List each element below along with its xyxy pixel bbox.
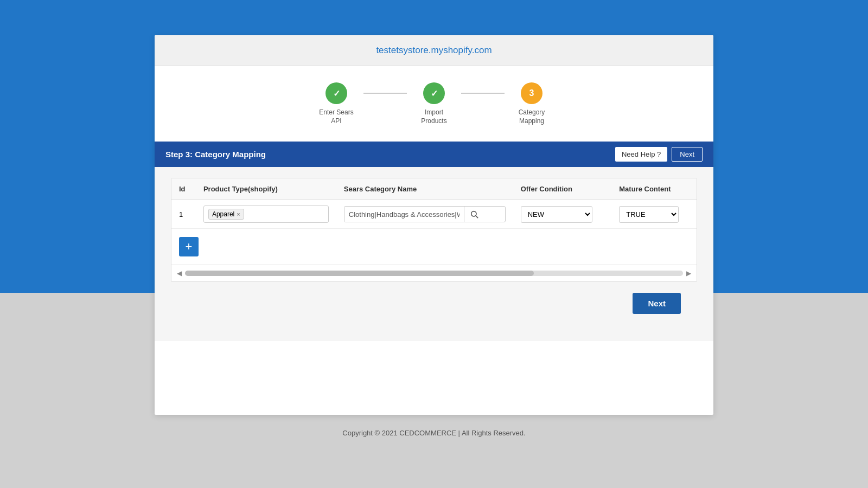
step-circle-1: ✓ bbox=[326, 82, 347, 104]
mature-content-select[interactable]: TRUE FALSE bbox=[619, 206, 679, 223]
scroll-thumb bbox=[185, 271, 534, 276]
table-container: Id Product Type(shopify) Sears Category … bbox=[171, 178, 697, 282]
store-header: testetsystore.myshopify.com bbox=[155, 35, 713, 66]
row-product-type: Apparel × bbox=[196, 200, 336, 229]
scroll-right-arrow[interactable]: ▶ bbox=[686, 269, 691, 277]
step-connector-2 bbox=[461, 93, 505, 94]
tag-close-icon[interactable]: × bbox=[237, 211, 240, 217]
scroll-left-arrow[interactable]: ◀ bbox=[177, 269, 182, 277]
step-label-1: Enter SearsAPI bbox=[319, 108, 353, 125]
step-label-3: CategoryMapping bbox=[519, 108, 545, 125]
category-input-wrapper bbox=[344, 206, 506, 222]
table-row: 1 Apparel × bbox=[171, 200, 697, 229]
step-circle-3: 3 bbox=[521, 82, 542, 104]
category-mapping-table: Id Product Type(shopify) Sears Category … bbox=[171, 178, 697, 229]
next-button-bottom[interactable]: Next bbox=[633, 293, 681, 314]
table-section: Id Product Type(shopify) Sears Category … bbox=[155, 167, 713, 341]
checkmark-2: ✓ bbox=[431, 88, 438, 99]
step-item-3: 3 CategoryMapping bbox=[505, 82, 559, 125]
horizontal-scrollbar: ◀ ▶ bbox=[171, 265, 697, 281]
need-help-button[interactable]: Need Help ? bbox=[615, 147, 667, 162]
row-mature-content: TRUE FALSE bbox=[611, 200, 697, 229]
step-bar-actions: Need Help ? Next bbox=[615, 147, 703, 162]
bottom-next-container: Next bbox=[171, 282, 697, 330]
step-bar-title: Step 3: Category Mapping bbox=[165, 150, 266, 159]
step-wrapper: ✓ Enter SearsAPI ✓ ImportProducts 3 bbox=[309, 82, 559, 125]
step-connector-1 bbox=[363, 93, 407, 94]
col-header-id: Id bbox=[171, 178, 196, 200]
step-num-3: 3 bbox=[529, 88, 534, 98]
col-header-mature-content: Mature Content bbox=[611, 178, 697, 200]
col-header-offer-condition: Offer Condition bbox=[513, 178, 612, 200]
row-id: 1 bbox=[171, 200, 196, 229]
step-circle-2: ✓ bbox=[423, 82, 445, 104]
next-button-top[interactable]: Next bbox=[672, 147, 703, 162]
col-header-category-name: Sears Category Name bbox=[336, 178, 513, 200]
step-bar: Step 3: Category Mapping Need Help ? Nex… bbox=[155, 142, 713, 167]
svg-line-1 bbox=[476, 216, 478, 218]
scroll-track[interactable] bbox=[185, 271, 683, 276]
search-icon bbox=[470, 210, 478, 219]
product-type-tag: Apparel × bbox=[208, 209, 244, 220]
store-url: testetsystore.myshopify.com bbox=[376, 45, 492, 55]
table-header-row: Id Product Type(shopify) Sears Category … bbox=[171, 178, 697, 200]
footer-text: Copyright © 2021 CEDCOMMERCE | All Right… bbox=[342, 429, 525, 437]
steps-container: ✓ Enter SearsAPI ✓ ImportProducts 3 bbox=[155, 66, 713, 136]
row-category-name bbox=[336, 200, 513, 229]
tag-label: Apparel bbox=[212, 210, 234, 218]
checkmark-1: ✓ bbox=[333, 88, 340, 99]
step-item-1: ✓ Enter SearsAPI bbox=[309, 82, 363, 125]
footer: Copyright © 2021 CEDCOMMERCE | All Right… bbox=[0, 420, 868, 441]
step-label-2: ImportProducts bbox=[421, 108, 446, 125]
col-header-product-type: Product Type(shopify) bbox=[196, 178, 336, 200]
category-name-input[interactable] bbox=[344, 207, 464, 222]
product-type-tag-input[interactable]: Apparel × bbox=[203, 206, 329, 223]
row-offer-condition: NEW USED REFURBISHED bbox=[513, 200, 612, 229]
step-item-2: ✓ ImportProducts bbox=[407, 82, 461, 125]
offer-condition-select[interactable]: NEW USED REFURBISHED bbox=[521, 206, 592, 223]
category-search-button[interactable] bbox=[464, 207, 484, 222]
add-row-button[interactable]: + bbox=[179, 237, 199, 256]
